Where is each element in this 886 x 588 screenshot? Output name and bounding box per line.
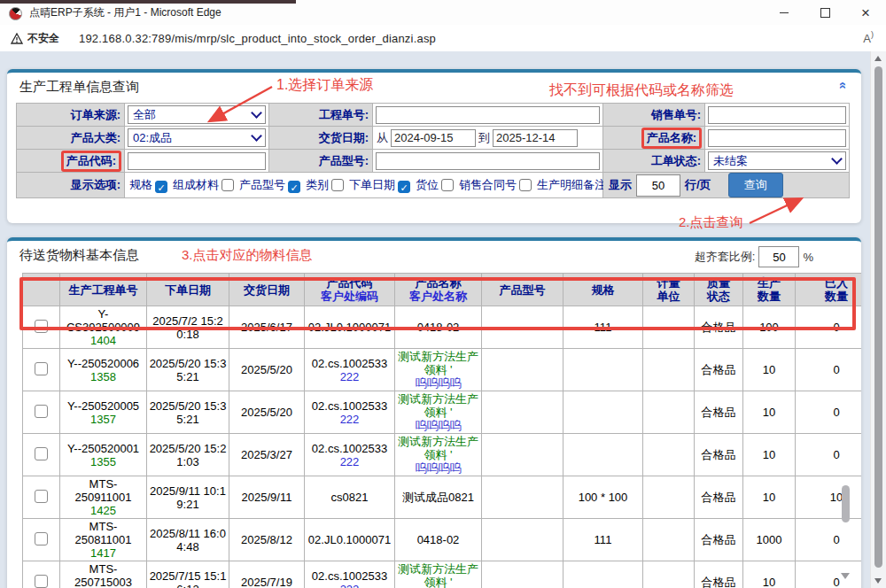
- table-cell: 02.cs.1002533222: [305, 561, 395, 588]
- window-controls: ×: [764, 0, 886, 25]
- maximize-button[interactable]: [804, 0, 845, 25]
- row-checkbox[interactable]: [35, 447, 48, 460]
- display-option-label: 销售合同号: [459, 178, 517, 191]
- table-cell: [23, 434, 60, 476]
- inner-scrollbar-down-arrow[interactable]: [841, 573, 850, 579]
- delivery-date-to-input[interactable]: [493, 129, 578, 147]
- table-cell: [643, 434, 695, 476]
- chevron-down-icon: [251, 107, 262, 119]
- row-checkbox[interactable]: [35, 362, 48, 375]
- column-header-line: 规格: [565, 283, 641, 297]
- row-checkbox[interactable]: [35, 405, 48, 418]
- product-name: 0418-02: [397, 321, 479, 334]
- display-option: 下单日期✓: [349, 176, 410, 194]
- table-row[interactable]: MTS-25081100114172025/8/11 16:04:482025/…: [23, 519, 862, 561]
- read-aloud-icon[interactable]: A): [863, 32, 874, 45]
- scrollbar-thumb[interactable]: [874, 66, 882, 568]
- table-row[interactable]: Y-CS39250000914042025/7/2 15:20:182025/6…: [23, 306, 862, 349]
- close-button[interactable]: ×: [845, 0, 886, 25]
- received-quantity: 0: [797, 406, 861, 419]
- scroll-up-arrow[interactable]: [874, 56, 882, 61]
- display-option-checkbox[interactable]: [331, 179, 344, 191]
- customer-code: 222: [307, 413, 392, 426]
- sales-order-input[interactable]: [708, 106, 846, 124]
- browser-window: 点晴ERP子系统 - 用户1 - Microsoft Edge × 不安全 19…: [0, 0, 886, 588]
- minimize-button[interactable]: [764, 0, 804, 25]
- rows-per-page-input[interactable]: [636, 174, 680, 197]
- order-source-select[interactable]: 全部: [128, 105, 266, 124]
- display-option-checkbox[interactable]: ✓: [398, 181, 410, 193]
- table-cell: [23, 349, 60, 391]
- customer-name: 呜呜呜呜: [397, 376, 479, 390]
- column-header-line: 数量: [745, 290, 793, 303]
- table-cell: 10: [796, 476, 862, 519]
- table-cell: 合格品: [695, 561, 743, 588]
- display-option-checkbox[interactable]: [222, 179, 234, 191]
- url-text[interactable]: 192.168.0.32:789/mis/mrp/slc_product_int…: [79, 32, 436, 45]
- product-model-label: 产品型号:: [269, 150, 373, 173]
- display-option-checkbox[interactable]: [519, 179, 532, 191]
- ratio-input[interactable]: [758, 246, 799, 267]
- table-row[interactable]: MTS-25071500314132025/7/15 15:16:122025/…: [23, 561, 862, 588]
- collapse-panel-icon[interactable]: «: [835, 81, 851, 89]
- ratio-label: 超齐套比例:: [695, 249, 756, 265]
- inner-scrollbar-thumb[interactable]: [842, 485, 850, 522]
- delivery-date-from-input[interactable]: [391, 129, 476, 147]
- display-option-checkbox[interactable]: ✓: [155, 181, 167, 193]
- order-status-select[interactable]: 未结案: [708, 151, 846, 170]
- customer-code: 222: [307, 583, 392, 588]
- product-name: 测试新方法生产领料 ': [397, 392, 479, 419]
- chevron-down-icon: [251, 130, 262, 142]
- scroll-down-arrow[interactable]: [874, 578, 882, 584]
- search-button[interactable]: 查询: [728, 173, 783, 197]
- table-cell: [563, 391, 643, 434]
- table-row[interactable]: MTS-25091100114252025/9/11 10:19:212025/…: [23, 476, 862, 519]
- table-cell: [563, 434, 643, 476]
- table-cell: [563, 561, 643, 588]
- row-checkbox[interactable]: [35, 320, 48, 333]
- customer-code: 222: [307, 455, 392, 468]
- table-cell: [482, 476, 563, 519]
- column-header-line: 单位: [645, 290, 692, 303]
- table-cell: Y--2505200061358: [60, 349, 147, 391]
- materials-panel-title: 待送货物料基本信息: [19, 247, 139, 264]
- annotation-filter-hint: 找不到可根据代码或名称筛选: [549, 81, 734, 100]
- table-cell: [482, 391, 563, 434]
- product-spec: 111: [565, 533, 641, 546]
- delivery-date: 2025/5/20: [231, 406, 302, 419]
- table-cell: 合格品: [695, 434, 743, 476]
- annotation-step1: 1.选择订单来源: [276, 76, 373, 95]
- column-header: 计量单位: [643, 274, 695, 306]
- product-model-input[interactable]: [376, 152, 600, 170]
- column-header: 产品型号: [482, 274, 563, 306]
- security-status[interactable]: 不安全: [11, 31, 59, 46]
- row-checkbox[interactable]: [35, 575, 48, 588]
- table-row[interactable]: Y--25052000113552025/5/20 15:21:032025/3…: [23, 434, 862, 476]
- product-category-select[interactable]: 02:成品: [128, 128, 266, 147]
- display-options-group: 规格✓组成材料产品型号✓类别下单日期✓货位销售合同号生产明细备注显示图片、BOX…: [125, 173, 603, 198]
- table-row[interactable]: Y--25052000613582025/5/20 15:35:212025/5…: [23, 349, 862, 391]
- table-cell: [23, 306, 60, 349]
- table-cell: 100: [743, 306, 796, 349]
- table-cell: 合格品: [695, 306, 743, 349]
- display-option-checkbox[interactable]: [441, 179, 454, 191]
- row-checkbox[interactable]: [35, 490, 48, 503]
- select-all-header-cell: [23, 274, 60, 306]
- work-order-input[interactable]: [376, 106, 600, 124]
- table-cell: Y-CS3925000091404: [60, 306, 147, 349]
- query-panel-title: 生产工程单信息查询: [19, 79, 139, 96]
- table-row[interactable]: Y--25052000513572025/5/20 15:35:212025/5…: [23, 391, 862, 434]
- row-checkbox[interactable]: [35, 532, 48, 545]
- display-option-checkbox[interactable]: ✓: [288, 181, 300, 193]
- product-name: 测试新方法生产领料 ': [397, 350, 479, 376]
- order-number: Y--250520001: [62, 442, 144, 455]
- order-number: Y-CS392500009: [62, 307, 144, 334]
- table-cell: [482, 349, 563, 391]
- product-name-input[interactable]: [708, 129, 846, 147]
- order-date: 2025/9/11 10:19:21: [149, 484, 227, 511]
- product-code-input[interactable]: [128, 152, 266, 170]
- table-cell: 0: [796, 306, 862, 349]
- browser-titlebar: 点晴ERP子系统 - 用户1 - Microsoft Edge ×: [0, 0, 886, 26]
- table-cell: 0: [796, 561, 862, 588]
- page-scrollbar[interactable]: [870, 51, 886, 588]
